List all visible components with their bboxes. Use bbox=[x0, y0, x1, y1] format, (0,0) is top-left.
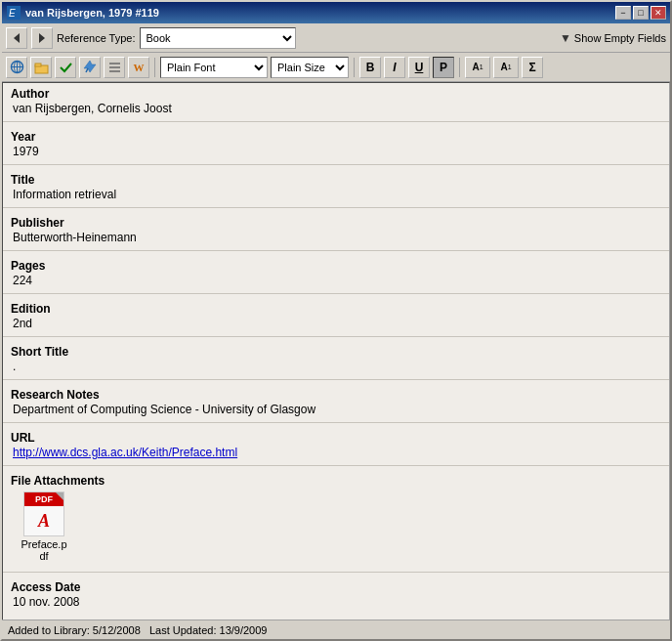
show-empty-fields-button[interactable]: ▼ Show Empty Fields bbox=[560, 31, 666, 45]
divider-8 bbox=[3, 422, 669, 423]
globe-button[interactable] bbox=[6, 57, 27, 78]
divider-6 bbox=[3, 336, 669, 337]
access-date-section: Access Date 10 nov. 2008 bbox=[3, 577, 669, 611]
plain-button[interactable]: P bbox=[433, 57, 454, 78]
adobe-symbol: A bbox=[38, 511, 50, 532]
pages-section: Pages 224 bbox=[3, 255, 669, 289]
font-select[interactable]: Plain Font bbox=[160, 57, 268, 78]
author-section: Author van Rijsbergen, Cornelis Joost bbox=[3, 83, 669, 117]
access-date-value: 10 nov. 2008 bbox=[11, 595, 661, 609]
edition-label: Edition bbox=[11, 302, 661, 316]
pdf-body: A bbox=[24, 506, 63, 535]
forward-button[interactable] bbox=[31, 27, 53, 49]
title-bar: E van Rijsbergen, 1979 #119 − □ ✕ bbox=[2, 2, 670, 23]
edition-section: Edition 2nd bbox=[3, 298, 669, 332]
pdf-attachment[interactable]: PDF A Preface.pdf bbox=[19, 491, 69, 562]
title-section: Title Information retrieval bbox=[3, 169, 669, 203]
research-notes-section: Research Notes Department of Computing S… bbox=[3, 384, 669, 418]
svg-marker-2 bbox=[14, 33, 20, 43]
divider-10 bbox=[3, 572, 669, 573]
app-icon: E bbox=[6, 5, 21, 21]
show-empty-fields-label: Show Empty Fields bbox=[574, 32, 666, 44]
window-controls: − □ ✕ bbox=[615, 6, 666, 20]
pdf-fold bbox=[56, 492, 63, 500]
window-title: van Rijsbergen, 1979 #119 bbox=[25, 7, 615, 19]
toolbar-separator-1 bbox=[154, 58, 155, 77]
divider-1 bbox=[3, 121, 669, 122]
funnel-icon: ▼ bbox=[560, 31, 571, 45]
web-button[interactable]: W bbox=[128, 57, 149, 78]
year-label: Year bbox=[11, 130, 661, 144]
folder-button[interactable] bbox=[30, 57, 52, 78]
short-title-value: . bbox=[11, 360, 661, 373]
divider-4 bbox=[3, 250, 669, 251]
short-title-label: Short Title bbox=[11, 345, 661, 359]
pages-label: Pages bbox=[11, 259, 661, 273]
subscript-button[interactable]: A1 bbox=[493, 57, 519, 78]
publisher-value: Butterworth-Heinemann bbox=[11, 231, 661, 244]
list-button[interactable] bbox=[104, 57, 125, 78]
main-window: E van Rijsbergen, 1979 #119 − □ ✕ Refere… bbox=[0, 0, 672, 641]
divider-7 bbox=[3, 379, 669, 380]
short-title-section: Short Title . bbox=[3, 341, 669, 375]
publisher-section: Publisher Butterworth-Heinemann bbox=[3, 212, 669, 246]
year-value: 1979 bbox=[11, 145, 661, 158]
research-notes-label: Research Notes bbox=[11, 388, 661, 402]
reference-type-select[interactable]: Book bbox=[140, 27, 296, 49]
reference-content[interactable]: Author van Rijsbergen, Cornelis Joost Ye… bbox=[2, 82, 670, 623]
svg-rect-9 bbox=[35, 64, 41, 66]
svg-line-10 bbox=[86, 68, 88, 72]
pdf-icon: PDF A bbox=[23, 491, 64, 536]
url-value[interactable]: http://www.dcs.gla.ac.uk/Keith/Preface.h… bbox=[11, 446, 661, 459]
research-notes-value: Department of Computing Science - Univer… bbox=[11, 403, 661, 416]
url-label: URL bbox=[11, 431, 661, 445]
size-select[interactable]: Plain Size bbox=[271, 57, 349, 78]
divider-3 bbox=[3, 207, 669, 208]
back-button[interactable] bbox=[6, 27, 27, 49]
toolbar-row-2: W Plain Font Plain Size B I U P A1 A1 Σ bbox=[2, 53, 670, 82]
underline-button[interactable]: U bbox=[408, 57, 430, 78]
toolbar-separator-2 bbox=[354, 58, 355, 77]
file-name: Preface.pdf bbox=[19, 538, 69, 562]
symbol-button[interactable]: Σ bbox=[522, 57, 543, 78]
file-attachments-label: File Attachments bbox=[11, 474, 661, 488]
pin-button[interactable] bbox=[79, 57, 101, 78]
updated-date: 13/9/2009 bbox=[220, 624, 268, 636]
publisher-label: Publisher bbox=[11, 216, 661, 230]
bold-button[interactable]: B bbox=[359, 57, 381, 78]
status-bar: Added to Library: 5/12/2008 Last Updated… bbox=[2, 620, 670, 639]
svg-marker-3 bbox=[39, 33, 45, 43]
minimize-button[interactable]: − bbox=[615, 6, 631, 20]
toolbar-separator-3 bbox=[459, 58, 460, 77]
edition-value: 2nd bbox=[11, 317, 661, 330]
author-label: Author bbox=[11, 87, 661, 101]
file-attachments-section: File Attachments PDF A Preface.pdf bbox=[3, 470, 669, 568]
check-button[interactable] bbox=[55, 57, 76, 78]
author-value: van Rijsbergen, Cornelis Joost bbox=[11, 102, 661, 115]
maximize-button[interactable]: □ bbox=[633, 6, 649, 20]
superscript-button[interactable]: A1 bbox=[465, 57, 490, 78]
pages-value: 224 bbox=[11, 274, 661, 287]
italic-button[interactable]: I bbox=[384, 57, 405, 78]
year-section: Year 1979 bbox=[3, 126, 669, 160]
added-date: 5/12/2008 bbox=[93, 624, 141, 636]
title-label: Title bbox=[11, 173, 661, 187]
toolbar-row-1: Reference Type: Book ▼ Show Empty Fields bbox=[2, 23, 670, 53]
added-label: Added to Library: bbox=[8, 624, 90, 636]
svg-text:E: E bbox=[9, 8, 16, 19]
ref-type-label: Reference Type: bbox=[57, 32, 136, 44]
access-date-label: Access Date bbox=[11, 580, 661, 594]
url-section: URL http://www.dcs.gla.ac.uk/Keith/Prefa… bbox=[3, 427, 669, 461]
updated-label: Last Updated: bbox=[149, 624, 217, 636]
close-button[interactable]: ✕ bbox=[651, 6, 666, 20]
divider-2 bbox=[3, 164, 669, 165]
divider-5 bbox=[3, 293, 669, 294]
divider-9 bbox=[3, 465, 669, 466]
title-value: Information retrieval bbox=[11, 188, 661, 201]
